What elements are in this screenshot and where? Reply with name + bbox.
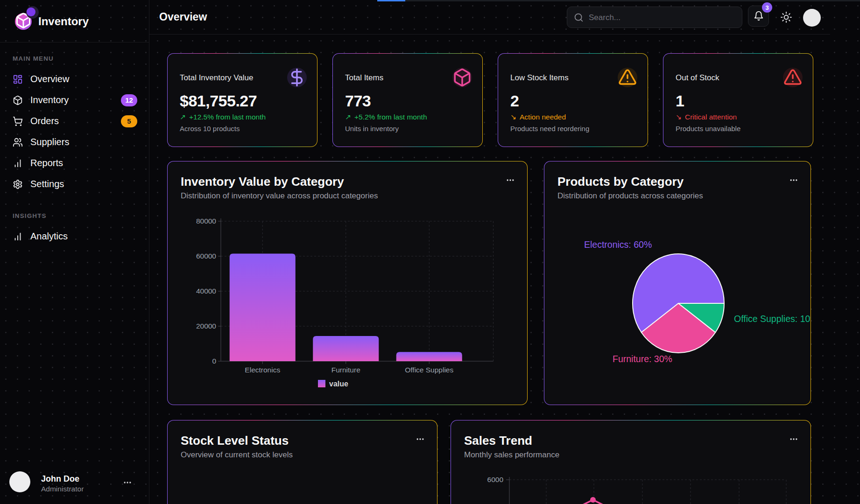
topbar: Overview 3 [149, 0, 830, 35]
search-input[interactable] [588, 7, 739, 28]
sidebar-item-orders[interactable]: Orders5 [0, 111, 149, 132]
gear-icon [13, 179, 23, 189]
stat-card-title: Total Items [345, 73, 383, 83]
stat-card: Out of Stock1↘Critical attentionProducts… [663, 53, 813, 147]
y-axis-tick: 20000 [196, 322, 216, 330]
sidebar-item-overview[interactable]: Overview [0, 69, 149, 90]
panel-subtitle: Overview of current stock levels [181, 450, 293, 460]
stock-level-panel-body: Stock Level Status Overview of current s… [168, 420, 437, 504]
panel-subtitle: Distribution of inventory value across p… [181, 191, 378, 201]
sidebar-item-label: Inventory [30, 95, 69, 105]
bar-furniture[interactable] [313, 336, 379, 361]
warning-icon [618, 68, 637, 87]
stat-card-footnote: Products need reordering [510, 125, 589, 133]
panel-menu-button[interactable] [414, 434, 427, 444]
theme-toggle-button[interactable] [780, 11, 792, 23]
bell-icon [754, 11, 764, 21]
sidebar-item-label: Suppliers [30, 137, 69, 147]
sidebar-item-badge: 12 [121, 94, 137, 106]
logo-notification-dot [27, 7, 35, 16]
stat-card: Low Stock Items2↘Action neededProducts n… [498, 53, 648, 147]
delta-arrow-icon: ↗ [180, 113, 186, 121]
package-icon [452, 68, 472, 87]
sidebar-item-label: Analytics [30, 231, 68, 242]
x-axis-label: Furniture [331, 366, 360, 374]
panel-menu-button[interactable] [787, 434, 800, 444]
panel-menu-button[interactable] [504, 175, 517, 185]
stat-card-value: 1 [676, 92, 684, 110]
notification-badge: 3 [762, 2, 772, 13]
stat-card-title: Low Stock Items [510, 73, 569, 83]
sidebar-section: MAIN MENUOverviewInventory12Orders5Suppl… [0, 55, 149, 195]
user-menu-button[interactable] [121, 478, 134, 487]
stat-card-value: $81,755.27 [180, 92, 257, 110]
dollar-icon [287, 68, 307, 87]
users-icon [13, 137, 23, 147]
sidebar-section: INSIGHTSAnalytics [0, 212, 149, 247]
user-card[interactable]: John Doe Administrator [0, 467, 149, 504]
sidebar-section-label: MAIN MENU [13, 55, 149, 62]
stat-card-title: Out of Stock [676, 73, 719, 83]
stock-level-panel: Stock Level Status Overview of current s… [167, 420, 437, 504]
legend-swatch [318, 380, 325, 387]
delta-text: +5.2% from last month [354, 113, 427, 121]
products-by-category-panel-body: Products by Category Distribution of pro… [544, 161, 811, 405]
x-axis-label: Office Supplies [405, 366, 453, 374]
search-box [567, 7, 742, 28]
notifications-button[interactable]: 3 [748, 6, 769, 27]
panel-title: Stock Level Status [181, 434, 289, 448]
bar-office-supplies[interactable] [396, 352, 462, 361]
y-axis-tick: 60000 [196, 252, 216, 260]
search-icon [574, 13, 584, 22]
stat-card-delta: ↗+12.5% from last month [180, 113, 266, 121]
panel-title: Sales Trend [464, 434, 532, 448]
bar-electronics[interactable] [230, 253, 296, 361]
panel-title: Inventory Value by Category [181, 175, 344, 189]
sidebar-item-label: Orders [30, 116, 59, 126]
user-name: John Doe [41, 474, 79, 484]
brand: Inventory [0, 0, 149, 42]
sidebar-item-inventory[interactable]: Inventory12 [0, 90, 149, 111]
sidebar-item-analytics[interactable]: Analytics [0, 226, 149, 247]
sidebar-item-label: Overview [30, 74, 69, 84]
sales-line-chart: 6000 [451, 420, 811, 504]
stat-card-body: Out of Stock1↘Critical attentionProducts… [663, 54, 813, 147]
pie-slice-electronics[interactable] [633, 254, 724, 332]
sidebar-item-label: Reports [30, 158, 63, 168]
stat-card-delta: ↗+5.2% from last month [345, 113, 427, 121]
sidebar-section-label: INSIGHTS [13, 212, 149, 219]
brand-name: Inventory [38, 15, 89, 28]
sales-data-point[interactable] [590, 497, 596, 503]
delta-text: Action needed [520, 113, 566, 121]
inventory-dashboard: { "app": {"brand": "Inventory"}, "topbar… [0, 0, 860, 504]
y-axis-tick: 6000 [487, 476, 504, 483]
panel-subtitle: Monthly sales performance [464, 450, 559, 460]
top-progress-track [405, 0, 860, 1]
pie-slice-office-supplies[interactable] [678, 303, 724, 332]
sidebar-item-reports[interactable]: Reports [0, 153, 149, 174]
page-title: Overview [159, 11, 207, 23]
topbar-avatar[interactable] [803, 9, 821, 27]
inventory-value-panel: Inventory Value by Category Distribution… [167, 161, 528, 405]
stat-card-body: Total Inventory Value$81,755.27↗+12.5% f… [168, 54, 317, 147]
sales-trend-panel: Sales Trend Monthly sales performance 60… [451, 420, 811, 504]
user-avatar[interactable] [9, 471, 30, 492]
delta-text: Critical attention [685, 113, 737, 121]
delta-text: +12.5% from last month [189, 113, 266, 121]
stat-card-value: 773 [345, 92, 371, 110]
sidebar-item-settings[interactable]: Settings [0, 174, 149, 195]
pie-slice-furniture[interactable] [641, 303, 716, 353]
legend-label[interactable]: value [329, 380, 348, 388]
stat-card-body: Total Items773↗+5.2% from last monthUnit… [333, 54, 482, 147]
sidebar-item-label: Settings [30, 179, 64, 189]
stat-card-title: Total Inventory Value [180, 73, 254, 83]
x-axis-label: Electronics [245, 366, 280, 374]
user-role: Administrator [41, 485, 84, 493]
panel-menu-button[interactable] [787, 175, 800, 185]
y-axis-tick: 0 [212, 357, 216, 365]
sidebar-item-suppliers[interactable]: Suppliers [0, 132, 149, 153]
sidebar-item-badge: 5 [121, 115, 137, 127]
stat-card-value: 2 [510, 92, 519, 110]
sales-line [571, 500, 627, 504]
sales-trend-panel-body: Sales Trend Monthly sales performance 60… [451, 420, 811, 504]
